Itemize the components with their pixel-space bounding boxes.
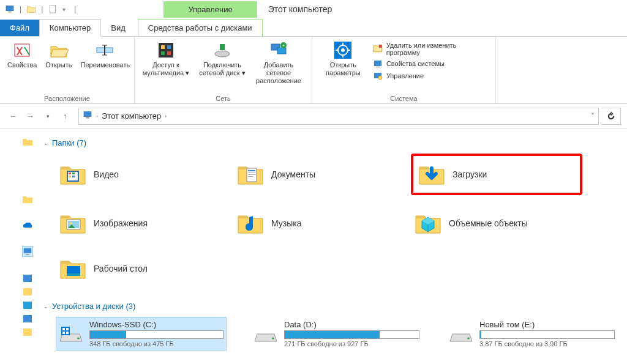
drive-free-text: 3,87 ГБ свободно из 3,90 ГБ: [479, 340, 615, 347]
refresh-button[interactable]: [601, 108, 621, 125]
address-dropdown-icon[interactable]: ˅: [591, 112, 595, 121]
svg-rect-48: [248, 170, 255, 171]
qa-doc-icon[interactable]: [48, 4, 58, 14]
svg-rect-36: [23, 275, 32, 282]
sidebar-item[interactable]: [22, 313, 33, 324]
sidebar-item[interactable]: [22, 286, 33, 297]
svg-rect-59: [62, 328, 65, 330]
add-net-location-button[interactable]: + Добавить сетевое расположение: [252, 39, 305, 87]
breadcrumb-pc-icon: [83, 110, 92, 122]
drive-icon: [449, 322, 473, 346]
folder-label: Загрузки: [452, 169, 487, 179]
svg-rect-50: [248, 174, 255, 175]
sidebar-item[interactable]: [22, 273, 33, 284]
forward-button[interactable]: →: [23, 109, 38, 124]
svg-rect-61: [62, 332, 65, 334]
svg-point-57: [77, 337, 80, 339]
tab-view[interactable]: Вид: [101, 20, 135, 36]
tab-file[interactable]: Файл: [0, 20, 39, 36]
folder-item-video[interactable]: Видео: [56, 154, 227, 195]
svg-rect-38: [23, 302, 32, 309]
folder-item-music[interactable]: Музыка: [233, 206, 405, 240]
folders-section-header[interactable]: ⌄ Папки (7): [43, 135, 617, 151]
uninstall-program-link[interactable]: Удалить или изменить программу: [373, 42, 490, 56]
svg-rect-33: [86, 117, 89, 118]
drive-item[interactable]: Новый том (E:)3,87 ГБ свободно из 3,90 Г…: [446, 317, 617, 351]
svg-rect-14: [220, 44, 225, 50]
rename-button[interactable]: Переименовать: [78, 39, 131, 70]
recent-dropdown[interactable]: ▾: [40, 109, 55, 124]
media-access-button[interactable]: Доступ к мультимедиа ▾: [140, 39, 192, 78]
sidebar-item-this-pc[interactable]: [22, 246, 33, 257]
drive-name: Data (D:): [284, 320, 419, 329]
group-network-label: Сеть: [140, 94, 307, 102]
folder-icon: [417, 160, 446, 189]
svg-rect-45: [69, 176, 71, 177]
svg-rect-11: [161, 51, 165, 55]
drives-section-header[interactable]: ⌄ Устройства и диски (3): [43, 298, 617, 314]
svg-rect-34: [24, 248, 31, 253]
drive-item[interactable]: Windows-SSD (C:)348 ГБ свободно из 475 Г…: [56, 317, 227, 351]
open-settings-button[interactable]: Открыть параметры: [317, 39, 369, 78]
chevron-right-icon[interactable]: ›: [96, 113, 98, 119]
sidebar[interactable]: [0, 128, 34, 364]
svg-rect-51: [248, 176, 253, 177]
folder-item-pictures[interactable]: Изображения: [56, 206, 227, 240]
folder-icon: [58, 160, 88, 189]
svg-point-63: [272, 337, 274, 339]
properties-button[interactable]: Свойства: [5, 39, 39, 70]
qa-folder-icon[interactable]: [26, 4, 36, 14]
menu-tabs: Файл Компьютер Вид Средства работы с дис…: [0, 18, 627, 37]
system-properties-link[interactable]: Свойства системы: [373, 59, 490, 69]
folder-icon: [413, 209, 443, 238]
sidebar-item[interactable]: [22, 327, 33, 338]
title-bar: | | ▾ | Управление Этот компьютер: [0, 0, 627, 18]
drive-icon: [59, 322, 83, 346]
address-row: ← → ▾ ↑ › Этот компьютер › ˅: [0, 104, 627, 128]
sidebar-item-onedrive[interactable]: [22, 220, 33, 231]
svg-rect-28: [374, 61, 381, 66]
sidebar-item[interactable]: [22, 136, 33, 147]
svg-rect-43: [69, 173, 71, 174]
folder-icon: [58, 254, 88, 283]
up-button[interactable]: ↑: [58, 109, 72, 124]
open-button[interactable]: Открыть: [43, 39, 74, 70]
qa-dropdown-icon[interactable]: ▾: [62, 6, 66, 13]
svg-rect-8: [159, 43, 173, 58]
tab-drive-tools[interactable]: Средства работы с дисками: [138, 19, 263, 36]
svg-point-13: [215, 51, 230, 57]
sidebar-item[interactable]: [22, 300, 33, 311]
sidebar-item[interactable]: [22, 193, 33, 204]
address-bar[interactable]: › Этот компьютер › ˅: [78, 108, 599, 125]
folder-item-docs[interactable]: Документы: [233, 154, 405, 195]
svg-rect-49: [248, 173, 255, 173]
content-area: ⌄ Папки (7) ВидеоДокументыЗагрузкиИзобра…: [34, 128, 627, 364]
chevron-right-icon[interactable]: ›: [165, 113, 167, 119]
svg-rect-16: [277, 48, 286, 54]
breadcrumb-segment[interactable]: Этот компьютер: [102, 111, 161, 121]
svg-point-21: [341, 48, 345, 52]
drive-usage-bar: [89, 330, 223, 339]
svg-rect-40: [23, 329, 32, 336]
tab-computer[interactable]: Компьютер: [39, 19, 101, 37]
folder-item-downloads[interactable]: Загрузки: [411, 154, 582, 195]
drive-name: Windows-SSD (C:): [89, 320, 223, 329]
drive-usage-bar: [479, 330, 615, 339]
map-drive-button[interactable]: Подключить сетевой диск ▾: [196, 39, 249, 78]
folder-item-desktop[interactable]: Рабочий стол: [56, 251, 227, 286]
folder-label: Музыка: [271, 218, 302, 228]
folder-label: Видео: [94, 169, 119, 179]
folder-label: Рабочий стол: [94, 264, 148, 273]
folder-item-3d[interactable]: Объемные объекты: [411, 206, 582, 240]
manage-context-tab[interactable]: Управление: [163, 1, 257, 18]
group-location-label: Расположение: [5, 94, 129, 102]
svg-rect-39: [23, 315, 32, 322]
back-button[interactable]: ←: [6, 109, 21, 124]
pc-icon: [5, 4, 15, 14]
drive-free-text: 271 ГБ свободно из 927 ГБ: [284, 340, 419, 347]
manage-link[interactable]: Управление: [373, 71, 490, 81]
ribbon: Свойства Открыть Переименовать Расположе…: [0, 37, 627, 104]
svg-rect-9: [161, 45, 165, 49]
svg-rect-56: [67, 273, 80, 276]
drive-item[interactable]: Data (D:)271 ГБ свободно из 927 ГБ: [251, 317, 422, 351]
